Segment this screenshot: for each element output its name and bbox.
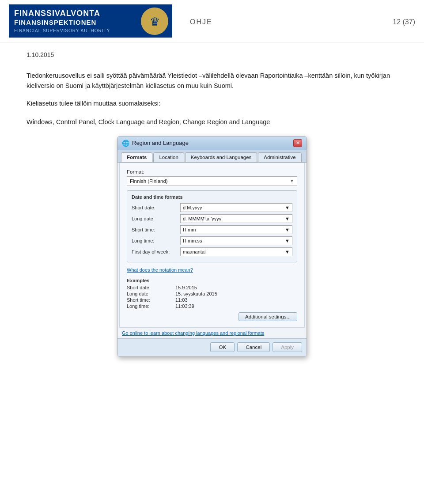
format-group: Format: Finnish (Finland) ▼ — [127, 169, 297, 186]
first-day-label: First day of week: — [132, 249, 180, 254]
short-time-row: Short time: H:mm ▼ — [132, 225, 292, 234]
instruction-path: Windows, Control Panel, Clock Language a… — [26, 117, 398, 127]
tab-formats[interactable]: Formats — [121, 152, 152, 162]
dialog-tabs: Formats Location Keyboards and Languages… — [117, 150, 307, 163]
svg-text:♛: ♛ — [150, 15, 160, 28]
page-header: FINANSSIVALVONTA FINANSINSPEKTIONEN FINA… — [0, 0, 424, 42]
dialog-titlebar: 🌐 Region and Language ✕ — [117, 136, 307, 150]
first-day-value: maanantai — [183, 249, 205, 254]
format-select-arrow: ▼ — [290, 178, 294, 183]
short-time-arrow: ▼ — [285, 227, 290, 232]
ex-long-time-value: 11:03:39 — [175, 303, 194, 309]
header-label: OHJE — [190, 18, 212, 26]
ex-short-date-row: Short date: 15.9.2015 — [127, 285, 297, 290]
header-page: 12 (37) — [393, 18, 415, 26]
long-time-arrow: ▼ — [285, 238, 290, 243]
logo-line2: FINANSINSPEKTIONEN — [14, 19, 132, 27]
logo-area: FINANSSIVALVONTA FINANSINSPEKTIONEN FINA… — [9, 4, 137, 38]
short-time-label: Short time: — [132, 227, 180, 232]
examples-title: Examples — [127, 278, 297, 283]
main-paragraph: Tiedonkeruusovellus ei salli syöttää päi… — [26, 71, 398, 91]
ok-button[interactable]: OK — [210, 342, 235, 352]
date-time-section-title: Date and time formats — [132, 194, 292, 200]
short-date-row: Short date: d.M.yyyy ▼ — [132, 203, 292, 212]
short-date-value: d.M.yyyy — [183, 205, 202, 210]
tab-keyboards[interactable]: Keyboards and Languages — [185, 152, 257, 162]
dialog-wrapper: 🌐 Region and Language ✕ Formats Location… — [26, 136, 398, 357]
date-time-section: Date and time formats Short date: d.M.yy… — [127, 190, 297, 262]
tab-administrative[interactable]: Administrative — [258, 152, 301, 162]
apply-button[interactable]: Apply — [273, 342, 302, 352]
additional-settings-button[interactable]: Additional settings... — [238, 312, 297, 321]
first-day-row: First day of week: maanantai ▼ — [132, 247, 292, 256]
long-date-label: Long date: — [132, 216, 180, 221]
first-day-select[interactable]: maanantai ▼ — [180, 247, 292, 256]
long-date-row: Long date: d. MMMM'ta 'yyyy ▼ — [132, 214, 292, 223]
short-date-label: Short date: — [132, 205, 180, 210]
ex-short-time-row: Short time: 11:03 — [127, 297, 297, 303]
short-date-arrow: ▼ — [285, 205, 290, 210]
notation-link[interactable]: What does the notation mean? — [127, 267, 193, 273]
tab-location[interactable]: Location — [153, 152, 184, 162]
format-label: Format: — [127, 169, 297, 174]
ex-short-date-value: 15.9.2015 — [175, 285, 197, 290]
logo-emblem: ♛ — [137, 4, 172, 38]
header-meta: OHJE 12 (37) — [172, 16, 415, 26]
additional-settings-area: Additional settings... — [127, 312, 297, 321]
long-time-label: Long time: — [132, 238, 180, 243]
logo-line3: FINANCIAL SUPERVISORY AUTHORITY — [14, 28, 132, 33]
format-select[interactable]: Finnish (Finland) ▼ — [127, 176, 297, 186]
dialog-title-text: Region and Language — [132, 140, 189, 146]
ex-long-date-value: 15. syyskuuta 2015 — [175, 291, 217, 296]
ex-short-time-value: 11:03 — [175, 297, 188, 303]
ex-short-time-label: Short time: — [127, 297, 175, 303]
long-date-value: d. MMMM'ta 'yyyy — [183, 216, 221, 221]
dialog-icon: 🌐 — [122, 140, 129, 147]
long-time-select[interactable]: H:mm:ss ▼ — [180, 236, 292, 245]
region-language-dialog: 🌐 Region and Language ✕ Formats Location… — [117, 136, 307, 357]
ex-long-time-label: Long time: — [127, 303, 175, 309]
document-date: 1.10.2015 — [26, 51, 398, 58]
long-time-row: Long time: H:mm:ss ▼ — [132, 236, 292, 245]
instruction-text: Kieliasetus tulee tällöin muuttaa suomal… — [26, 100, 160, 107]
examples-section: Examples Short date: 15.9.2015 Long date… — [127, 278, 297, 309]
long-date-arrow: ▼ — [285, 216, 290, 221]
long-time-value: H:mm:ss — [183, 238, 202, 243]
ex-short-date-label: Short date: — [127, 285, 175, 290]
footer-link[interactable]: Go online to learn about changing langua… — [117, 328, 307, 338]
dialog-body: Format: Finnish (Finland) ▼ Date and tim… — [119, 163, 305, 328]
dialog-close-button[interactable]: ✕ — [293, 139, 302, 147]
emblem-icon: ♛ — [141, 8, 168, 35]
short-date-select[interactable]: d.M.yyyy ▼ — [180, 203, 292, 212]
short-time-select[interactable]: H:mm ▼ — [180, 225, 292, 234]
page-content: 1.10.2015 Tiedonkeruusovellus ei salli s… — [0, 42, 424, 370]
first-day-arrow: ▼ — [285, 249, 290, 254]
cancel-button[interactable]: Cancel — [237, 342, 270, 352]
logo-line1: FINANSSIVALVONTA — [14, 9, 132, 19]
ex-long-time-row: Long time: 11:03:39 — [127, 303, 297, 309]
long-date-select[interactable]: d. MMMM'ta 'yyyy ▼ — [180, 214, 292, 223]
ex-long-date-label: Long date: — [127, 291, 175, 296]
short-time-value: H:mm — [183, 227, 196, 232]
dialog-buttons: OK Cancel Apply — [117, 338, 307, 356]
format-value: Finnish (Finland) — [130, 178, 168, 184]
dialog-title-left: 🌐 Region and Language — [122, 140, 189, 147]
instruction-line: Kieliasetus tulee tällöin muuttaa suomal… — [26, 99, 398, 109]
ex-long-date-row: Long date: 15. syyskuuta 2015 — [127, 291, 297, 296]
